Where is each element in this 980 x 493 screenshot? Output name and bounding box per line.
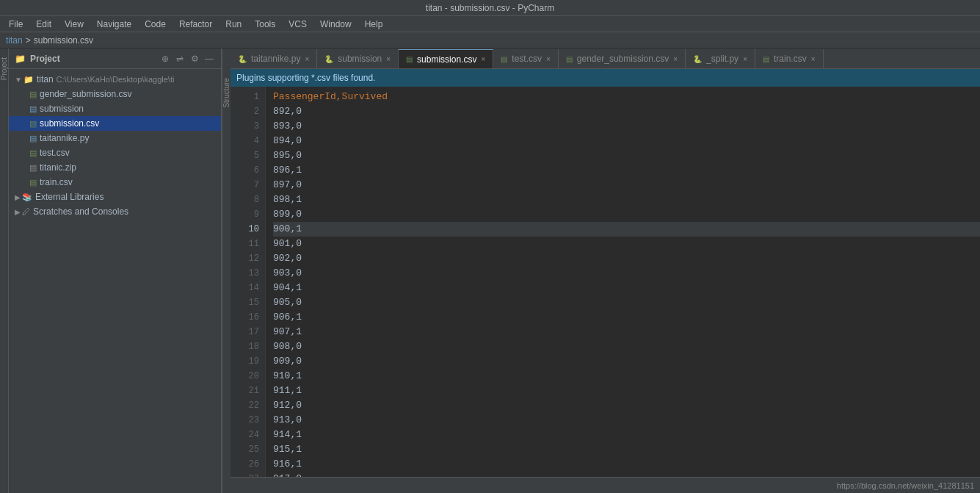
sidebar-title: Project bbox=[30, 54, 155, 64]
line-number-20: 20 bbox=[231, 369, 259, 384]
info-bar: Plugins supporting *.csv files found. bbox=[231, 69, 980, 87]
tab-icon-submission: 🐍 bbox=[324, 55, 333, 63]
header-text: PassengerId,Survived bbox=[273, 91, 388, 102]
breadcrumb-titan[interactable]: titan bbox=[6, 35, 23, 46]
menu-refactor[interactable]: Refactor bbox=[173, 18, 218, 31]
code-line-11: 901,0 bbox=[273, 237, 980, 251]
csv-file-icon-submission: ▤ bbox=[29, 119, 37, 129]
tab-close-submission[interactable]: × bbox=[386, 55, 391, 63]
menu-code[interactable]: Code bbox=[139, 18, 172, 31]
tree-file-submission-csv[interactable]: ▤ submission.csv bbox=[9, 116, 221, 131]
menu-window[interactable]: Window bbox=[314, 18, 357, 31]
structure-tab[interactable]: Structure bbox=[222, 48, 231, 493]
tree-file-submission[interactable]: ▤ submission bbox=[9, 101, 221, 116]
sidebar: 📁 Project ⊕ ⇌ ⚙ — ▼ 📁 titan C:\Users\KaH… bbox=[9, 48, 222, 493]
project-side-label[interactable]: Project bbox=[0, 57, 8, 80]
menu-edit[interactable]: Edit bbox=[30, 18, 57, 31]
tab-submission[interactable]: 🐍 submission × bbox=[317, 49, 399, 68]
code-area[interactable]: PassengerId,Survived892,0893,0894,0895,0… bbox=[266, 87, 980, 477]
menu-tools[interactable]: Tools bbox=[249, 18, 281, 31]
menu-vcs[interactable]: VCS bbox=[283, 18, 313, 31]
tree-file-label-submission: submission bbox=[40, 104, 84, 114]
tab-close-split-py[interactable]: × bbox=[743, 55, 747, 63]
collapse-icon[interactable]: — bbox=[203, 53, 215, 65]
tab-train-csv[interactable]: ▤ train.csv × bbox=[755, 49, 824, 68]
menu-view[interactable]: View bbox=[59, 18, 90, 31]
add-content-icon[interactable]: ⊕ bbox=[159, 53, 171, 65]
breadcrumb-sep: > bbox=[26, 35, 31, 46]
tree-file-label-submission-csv: submission.csv bbox=[40, 118, 99, 129]
tab-close-gender-csv[interactable]: × bbox=[673, 55, 678, 63]
tree-arrow-titan: ▼ bbox=[15, 76, 22, 84]
line-number-17: 17 bbox=[231, 325, 259, 339]
menu-run[interactable]: Run bbox=[219, 18, 247, 31]
library-icon: 📚 bbox=[22, 192, 32, 202]
tree-root-path: C:\Users\KaHo\Desktop\kaggle\ti bbox=[57, 75, 175, 84]
tree-scratches-consoles[interactable]: ▶ 🖊 Scratches and Consoles bbox=[9, 204, 221, 219]
tree-external-label: External Libraries bbox=[35, 192, 104, 202]
line-number-24: 24 bbox=[231, 428, 259, 442]
code-line-5: 895,0 bbox=[273, 148, 980, 163]
tab-icon-train-csv: ▤ bbox=[763, 55, 769, 63]
tab-close-taitannike[interactable]: × bbox=[305, 55, 309, 63]
tree-file-titanic-zip[interactable]: ▤ titanic.zip bbox=[9, 160, 221, 175]
tab-test-csv[interactable]: ▤ test.csv × bbox=[493, 49, 559, 68]
tree-file-label-train-csv: train.csv bbox=[40, 177, 73, 187]
breadcrumb-bar: titan > submission.csv bbox=[0, 32, 980, 48]
settings-icon[interactable]: ⚙ bbox=[189, 53, 200, 65]
line-number-1: 1 bbox=[231, 90, 259, 104]
tree-file-gender-submission[interactable]: ▤ gender_submission.csv bbox=[9, 87, 221, 101]
folder-icon-titan: 📁 bbox=[23, 75, 34, 84]
tab-submission-csv[interactable]: ▤ submission.csv × bbox=[399, 49, 493, 68]
tree-file-test-csv[interactable]: ▤ test.csv bbox=[9, 145, 221, 160]
sidebar-tree: ▼ 📁 titan C:\Users\KaHo\Desktop\kaggle\t… bbox=[9, 69, 221, 493]
code-line-19: 909,0 bbox=[273, 354, 980, 369]
code-line-25: 915,1 bbox=[273, 442, 980, 457]
tree-scratches-label: Scratches and Consoles bbox=[33, 206, 128, 217]
code-line-17: 907,1 bbox=[273, 325, 980, 339]
code-line-8: 898,1 bbox=[273, 192, 980, 207]
folder-open-icon: 📁 bbox=[15, 54, 26, 64]
code-line-23: 913,0 bbox=[273, 413, 980, 428]
menu-bar: File Edit View Navigate Code Refactor Ru… bbox=[0, 16, 980, 32]
sidebar-header: 📁 Project ⊕ ⇌ ⚙ — bbox=[9, 48, 221, 69]
tab-taitannike[interactable]: 🐍 taitannike.py × bbox=[231, 49, 317, 68]
tree-external-libraries[interactable]: ▶ 📚 External Libraries bbox=[9, 190, 221, 204]
line-number-6: 6 bbox=[231, 163, 259, 178]
tab-gender-submission-csv[interactable]: ▤ gender_submission.csv × bbox=[559, 49, 686, 68]
title-bar: titan - submission.csv - PyCharm bbox=[0, 0, 980, 16]
editor-content: 1234567891011121314151617181920212223242… bbox=[231, 87, 980, 477]
line-number-9: 9 bbox=[231, 207, 259, 222]
scroll-from-source-icon[interactable]: ⇌ bbox=[174, 53, 186, 65]
line-number-23: 23 bbox=[231, 413, 259, 428]
tab-icon-split-py: 🐍 bbox=[693, 55, 702, 63]
tab-label-submission: submission bbox=[338, 54, 382, 64]
tab-close-train-csv[interactable]: × bbox=[811, 55, 816, 63]
structure-label: Structure bbox=[222, 78, 231, 108]
tab-label-taitannike: taitannike.py bbox=[251, 54, 300, 64]
py-file-icon-taitannike: ▤ bbox=[29, 134, 37, 143]
tree-file-taitannike[interactable]: ▤ taitannike.py bbox=[9, 131, 221, 145]
zip-file-icon: ▤ bbox=[29, 163, 37, 173]
menu-navigate[interactable]: Navigate bbox=[91, 18, 137, 31]
menu-file[interactable]: File bbox=[3, 18, 29, 31]
tab-close-test-csv[interactable]: × bbox=[546, 55, 551, 63]
code-line-6: 896,1 bbox=[273, 163, 980, 178]
tab-label-split-py: _split.py bbox=[706, 54, 738, 64]
info-bar-text: Plugins supporting *.csv files found. bbox=[236, 73, 375, 83]
tab-icon-gender-csv: ▤ bbox=[566, 55, 573, 63]
tab-icon-submission-csv: ▤ bbox=[406, 55, 413, 63]
tab-close-submission-csv[interactable]: × bbox=[481, 55, 485, 63]
line-number-2: 2 bbox=[231, 104, 259, 119]
code-line-26: 916,1 bbox=[273, 457, 980, 472]
code-line-1: PassengerId,Survived bbox=[273, 90, 980, 104]
tab-split-py[interactable]: 🐍 _split.py × bbox=[686, 49, 755, 68]
line-number-5: 5 bbox=[231, 148, 259, 163]
code-line-20: 910,1 bbox=[273, 369, 980, 384]
breadcrumb-file[interactable]: submission.csv bbox=[34, 35, 93, 46]
menu-help[interactable]: Help bbox=[359, 18, 389, 31]
tree-root-titan[interactable]: ▼ 📁 titan C:\Users\KaHo\Desktop\kaggle\t… bbox=[9, 72, 221, 87]
code-line-10: 900,1 bbox=[273, 222, 980, 237]
py-file-icon-submission: ▤ bbox=[29, 104, 37, 114]
tree-file-train-csv[interactable]: ▤ train.csv bbox=[9, 175, 221, 190]
